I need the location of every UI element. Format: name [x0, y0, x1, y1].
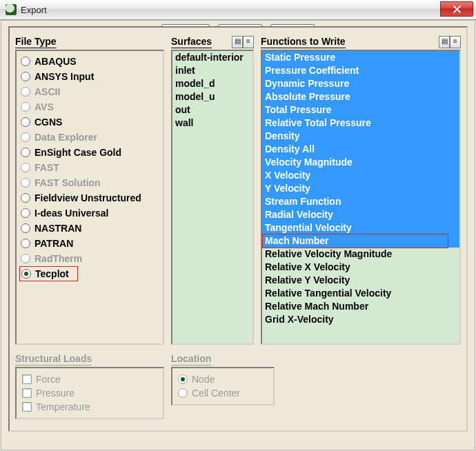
location-label: Location: [171, 353, 211, 365]
checkbox-icon: [22, 374, 32, 384]
window-titlebar: Export: [0, 0, 476, 20]
file-type-option-label: Tecplot: [35, 268, 69, 279]
file-type-option: AVS: [21, 99, 159, 114]
location-box: NodeCell Center: [171, 367, 275, 405]
radio-icon: [21, 178, 30, 188]
location-option: Node: [178, 372, 268, 386]
functions-column: Functions to Write ▤ ≡ Static PressurePr…: [261, 33, 461, 345]
functions-listbox-wrap: Static PressurePressure CoefficientDynam…: [261, 50, 461, 345]
dialog-inner-panel: File Type ABAQUSANSYS InputASCIIAVSCGNSD…: [8, 26, 468, 432]
file-type-option-label: RadTherm: [34, 253, 82, 264]
functions-item[interactable]: Relative Mach Number: [262, 300, 459, 313]
surfaces-select-all-button[interactable]: ▤: [232, 36, 243, 48]
surfaces-item[interactable]: default-interior: [172, 51, 252, 64]
structural-loads-item: Temperature: [22, 400, 157, 414]
location-option: Cell Center: [178, 386, 268, 400]
checkbox-icon: [22, 402, 32, 412]
structural-loads-label: Structural Loads: [15, 353, 92, 365]
file-type-option-label: ASCII: [34, 86, 60, 97]
structural-loads-item-label: Temperature: [36, 401, 90, 412]
functions-item[interactable]: Tangential Velocity: [262, 221, 459, 234]
app-icon: [6, 4, 17, 15]
functions-header: Functions to Write ▤ ≡: [261, 33, 461, 48]
surfaces-item[interactable]: wall: [172, 117, 252, 130]
structural-loads-item: Pressure: [22, 386, 157, 400]
functions-item[interactable]: Total Pressure: [262, 103, 459, 117]
functions-item[interactable]: X Velocity: [262, 169, 459, 182]
radio-icon: [21, 254, 30, 263]
surfaces-item[interactable]: model_d: [172, 77, 252, 90]
file-type-option[interactable]: Fieldview Unstructured: [21, 190, 159, 206]
close-window-button[interactable]: [440, 1, 473, 17]
file-type-option[interactable]: CGNS: [21, 114, 159, 130]
functions-item[interactable]: Velocity Magnitude: [262, 156, 459, 169]
functions-item[interactable]: Pressure Coefficient: [262, 64, 459, 77]
file-type-option-label: PATRAN: [34, 238, 73, 249]
functions-reset-button[interactable]: ≡: [450, 36, 461, 48]
close-icon: [453, 6, 461, 13]
functions-item[interactable]: Stream Function: [262, 195, 459, 208]
functions-select-all-button[interactable]: ▤: [439, 36, 450, 48]
functions-item[interactable]: Grid X-Velocity: [262, 313, 459, 326]
functions-item[interactable]: Relative X Velocity: [262, 261, 459, 274]
radio-icon: [21, 239, 30, 248]
window-title: Export: [21, 5, 47, 15]
file-type-option-label: ABAQUS: [34, 56, 77, 67]
checkbox-icon: [22, 388, 32, 398]
functions-item[interactable]: Relative Y Velocity: [262, 274, 459, 287]
radio-icon: [21, 132, 30, 142]
functions-item[interactable]: Density All: [262, 143, 459, 156]
file-type-option-label: FAST: [34, 162, 59, 173]
functions-listbox[interactable]: Static PressurePressure CoefficientDynam…: [262, 51, 459, 343]
functions-header-buttons: ▤ ≡: [439, 36, 461, 48]
radio-icon: [21, 208, 30, 218]
file-type-option[interactable]: ANSYS Input: [21, 69, 159, 84]
radio-icon: [178, 388, 188, 398]
file-type-option-label: AVS: [34, 101, 54, 112]
location-group: Location NodeCell Center: [171, 353, 275, 419]
surfaces-item[interactable]: model_u: [172, 90, 252, 103]
functions-item[interactable]: Absolute Pressure: [262, 90, 459, 103]
location-option-label: Cell Center: [192, 388, 240, 399]
location-option-label: Node: [192, 374, 215, 385]
surfaces-item[interactable]: out: [172, 103, 252, 117]
functions-item[interactable]: Relative Total Pressure: [262, 117, 459, 130]
file-type-option-label: FAST Solution: [34, 177, 101, 188]
file-type-column: File Type ABAQUSANSYS InputASCIIAVSCGNSD…: [15, 33, 164, 345]
functions-item[interactable]: Mach Number: [262, 234, 459, 248]
radio-icon: [21, 193, 30, 203]
surfaces-column: Surfaces ▤ ≡ default-interiorinletmodel_…: [171, 33, 254, 345]
file-type-option[interactable]: PATRAN: [21, 236, 159, 251]
file-type-option[interactable]: I-deas Universal: [21, 206, 159, 221]
file-type-option[interactable]: EnSight Case Gold: [21, 145, 159, 160]
file-type-header: File Type: [15, 33, 164, 48]
file-type-option: ASCII: [21, 84, 159, 99]
functions-item[interactable]: Radial Velocity: [262, 208, 459, 221]
file-type-option[interactable]: ABAQUS: [21, 54, 159, 69]
surfaces-label: Surfaces: [171, 36, 212, 48]
surfaces-reset-button[interactable]: ≡: [243, 36, 254, 48]
functions-item[interactable]: Relative Velocity Magnitude: [262, 248, 459, 261]
file-type-option[interactable]: Tecplot: [21, 266, 159, 281]
file-type-option-label: CGNS: [34, 117, 62, 128]
surfaces-header-buttons: ▤ ≡: [232, 36, 254, 48]
radio-icon: [21, 223, 30, 233]
functions-item[interactable]: Density: [262, 130, 459, 143]
structural-loads-item-label: Force: [36, 374, 61, 385]
functions-item[interactable]: Relative Tangential Velocity: [262, 287, 459, 300]
functions-label: Functions to Write: [261, 36, 346, 48]
structural-loads-item-label: Pressure: [36, 388, 75, 399]
file-type-list[interactable]: ABAQUSANSYS InputASCIIAVSCGNSData Explor…: [15, 50, 164, 345]
file-type-option-label: Data Explorer: [34, 132, 97, 143]
file-type-option-label: I-deas Universal: [34, 208, 108, 219]
functions-item[interactable]: Dynamic Pressure: [262, 77, 459, 90]
functions-item[interactable]: Static Pressure: [262, 51, 459, 64]
radio-icon: [21, 117, 30, 127]
file-type-option: FAST: [21, 160, 159, 175]
file-type-highlight: Tecplot: [19, 266, 78, 281]
surfaces-item[interactable]: inlet: [172, 64, 252, 77]
file-type-option-label: EnSight Case Gold: [34, 147, 121, 158]
file-type-option[interactable]: NASTRAN: [21, 221, 159, 236]
surfaces-listbox[interactable]: default-interiorinletmodel_dmodel_uoutwa…: [172, 51, 252, 343]
functions-item[interactable]: Y Velocity: [262, 182, 459, 195]
